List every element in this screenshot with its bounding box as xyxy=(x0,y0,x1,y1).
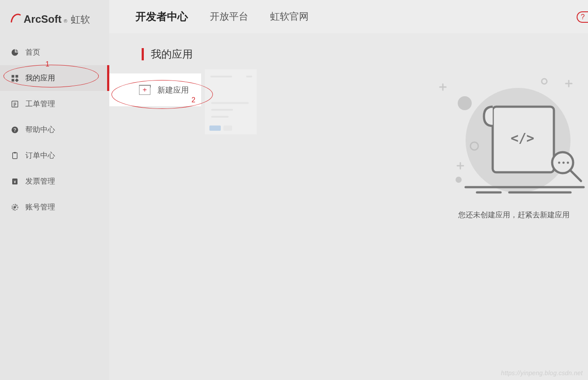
empty-illustration-icon: </> xyxy=(435,77,588,199)
top-nav: 开发者中心 开放平台 虹软官网 ? xyxy=(109,0,588,33)
svg-rect-0 xyxy=(12,75,14,77)
svg-rect-3 xyxy=(15,78,18,82)
sidebar-item-my-apps[interactable]: 我的应用 xyxy=(0,65,109,91)
gear-icon xyxy=(10,203,19,212)
tab-open-platform[interactable]: 开放平台 xyxy=(210,10,248,23)
sidebar-item-tickets[interactable]: 工单管理 xyxy=(0,91,109,117)
svg-rect-2 xyxy=(12,79,14,81)
brand-name: ArcSoft xyxy=(24,13,62,25)
svg-point-31 xyxy=(558,162,560,164)
svg-rect-11 xyxy=(14,152,16,153)
svg-point-32 xyxy=(563,162,565,164)
watermark-text: https://yinpeng.blog.csdn.net xyxy=(501,370,583,377)
brand-logo[interactable]: ArcSoft ® 虹软 xyxy=(0,0,109,35)
sidebar-item-label: 账号管理 xyxy=(25,202,55,212)
annotation-number-1: 1 xyxy=(45,60,49,68)
svg-line-30 xyxy=(570,170,581,181)
svg-text:</>: </> xyxy=(511,130,534,146)
logo-arc-icon xyxy=(10,12,21,23)
brand-reg: ® xyxy=(64,18,67,24)
pie-icon xyxy=(10,48,19,57)
new-app-button[interactable]: ＋ 新建应用 xyxy=(109,73,201,106)
app-placeholder-card xyxy=(205,69,257,135)
invoice-icon: ¥ xyxy=(10,177,19,186)
empty-state: </> xyxy=(422,77,588,220)
new-app-label: 新建应用 xyxy=(157,85,189,95)
empty-state-text: 您还未创建应用，赶紧去新建应用 xyxy=(422,210,588,220)
sidebar-nav: 首页 我的应用 工单管理 ? 帮助中心 xyxy=(0,39,109,220)
svg-point-26 xyxy=(456,177,462,183)
svg-text:¥: ¥ xyxy=(14,179,16,184)
sidebar-item-label: 帮助中心 xyxy=(25,125,55,135)
help-icon: ? xyxy=(10,126,19,134)
ticket-icon xyxy=(10,100,19,108)
content: 我的应用 ＋ 新建应用 xyxy=(109,33,588,380)
title-accent-bar xyxy=(142,48,144,60)
svg-text:?: ? xyxy=(14,127,16,132)
sidebar-item-label: 发票管理 xyxy=(25,176,55,186)
sidebar-item-home[interactable]: 首页 xyxy=(0,39,109,65)
svg-rect-10 xyxy=(13,153,17,159)
sidebar-item-help[interactable]: ? 帮助中心 xyxy=(0,117,109,143)
help-circle-icon[interactable]: ? xyxy=(577,11,588,23)
svg-point-33 xyxy=(567,162,569,164)
page-title: 我的应用 xyxy=(142,47,588,61)
sidebar-item-orders[interactable]: 订单中心 xyxy=(0,143,109,168)
sidebar-item-label: 我的应用 xyxy=(25,73,55,83)
apps-icon xyxy=(10,74,19,83)
svg-point-23 xyxy=(542,79,547,84)
sidebar-item-account[interactable]: 账号管理 xyxy=(0,194,109,220)
sidebar-item-label: 工单管理 xyxy=(25,99,55,109)
svg-rect-1 xyxy=(16,75,18,77)
sidebar: ArcSoft ® 虹软 首页 我的应用 工单管理 xyxy=(0,0,109,380)
plus-box-icon: ＋ xyxy=(139,85,150,95)
svg-point-24 xyxy=(458,96,472,110)
sidebar-item-label: 订单中心 xyxy=(25,150,55,160)
page-title-text: 我的应用 xyxy=(151,47,193,61)
sidebar-item-label: 首页 xyxy=(25,47,40,57)
main-area: 开发者中心 开放平台 虹软官网 ? 我的应用 ＋ 新建应用 xyxy=(109,0,588,380)
clipboard-icon xyxy=(10,151,19,160)
tab-dev-center[interactable]: 开发者中心 xyxy=(136,10,188,24)
annotation-number-2: 2 xyxy=(191,96,195,104)
sidebar-item-invoices[interactable]: ¥ 发票管理 xyxy=(0,168,109,194)
tab-official-site[interactable]: 虹软官网 xyxy=(270,10,309,23)
brand-cn: 虹软 xyxy=(71,13,90,26)
